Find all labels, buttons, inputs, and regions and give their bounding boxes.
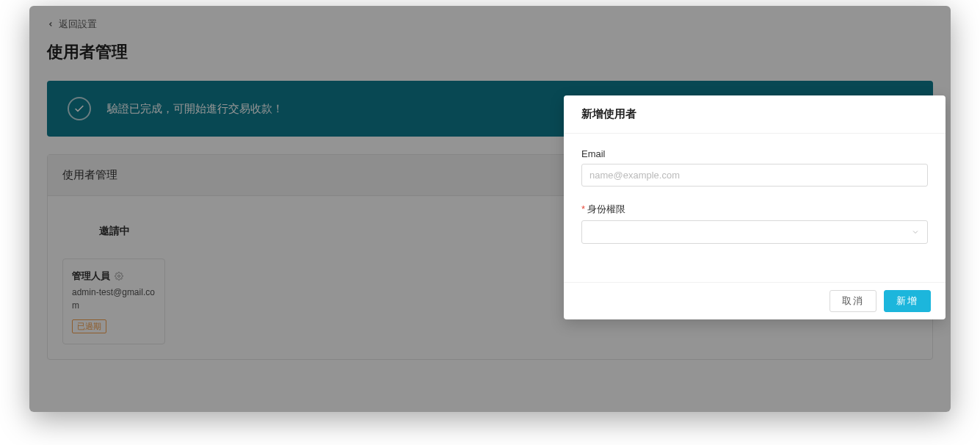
- role-select[interactable]: [581, 220, 928, 244]
- page-container: 返回設置 使用者管理 驗證已完成，可開始進行交易收款！ 使用者管理 邀請中: [29, 6, 951, 412]
- add-user-modal: 新增使用者 Email *身份權限 取消 新增: [564, 95, 945, 319]
- role-label: *身份權限: [581, 203, 928, 216]
- modal-title: 新增使用者: [581, 107, 928, 121]
- modal-footer: 取消 新增: [564, 282, 945, 319]
- modal-body: Email *身份權限: [564, 134, 945, 282]
- email-form-group: Email: [581, 148, 928, 187]
- chevron-down-icon: [911, 228, 920, 236]
- cancel-button[interactable]: 取消: [830, 290, 876, 312]
- required-mark: *: [581, 203, 585, 214]
- role-label-text: 身份權限: [587, 203, 625, 214]
- email-input[interactable]: [581, 164, 928, 187]
- email-label: Email: [581, 148, 928, 159]
- submit-button[interactable]: 新增: [884, 290, 931, 312]
- role-form-group: *身份權限: [581, 203, 928, 244]
- modal-header: 新增使用者: [564, 95, 945, 134]
